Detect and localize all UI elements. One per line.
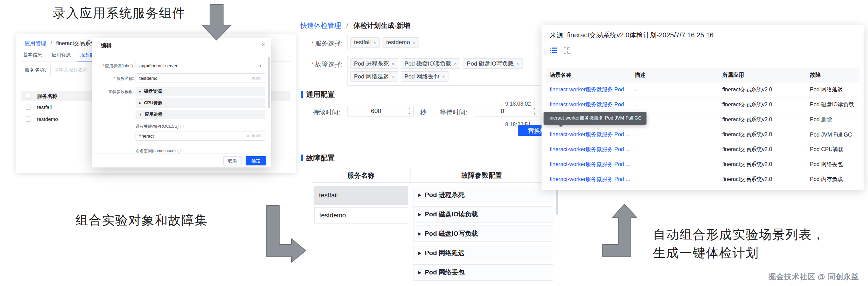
fault-select-input[interactable]: Pod 进程杀死 × Pod 磁盘IO读负载 × Pod 磁盘IO写负载 × P… [347, 56, 563, 86]
scene-row[interactable]: fineract-worker服务微服务 Pod ... - fineract交… [546, 172, 859, 187]
wait-label: 等待时间: [440, 108, 467, 117]
step-up-icon[interactable]: ▴ [530, 106, 539, 111]
remove-tag-icon[interactable]: × [413, 40, 415, 45]
wait-input[interactable]: 0 ▴ ▾ [475, 106, 539, 117]
accordion-disk-resource[interactable]: ▶ 磁盘资源 [136, 87, 265, 96]
wait-value: 0 [475, 106, 530, 116]
remove-tag-icon[interactable]: × [516, 61, 519, 66]
process-keyword-input[interactable]: fineract × 8/100 [136, 131, 265, 141]
tab-app-resources[interactable]: 应用资源 [49, 51, 73, 61]
fault-collapse-header[interactable]: ▶ Pod 磁盘IO读负载 [413, 206, 553, 222]
close-icon[interactable]: × [262, 41, 265, 48]
fault-name: Pod 网络丢包 [425, 268, 464, 277]
fault-tag: Pod 磁盘IO写负载 × [463, 58, 523, 69]
right-elbow-arrow-icon [265, 204, 307, 265]
tab-basic-info[interactable]: 基本信息 [20, 51, 45, 61]
service-select-input[interactable]: testfail × testdemo × [347, 35, 563, 50]
scene-row[interactable]: fineract-worker服务微服务 Pod ... - fineract交… [546, 142, 859, 157]
required-asterisk: * [312, 61, 314, 68]
screenshot-collage: 录入应用系统服务组件 应用管理 / fineract交易系统v2.0 基本信息 … [0, 0, 868, 286]
tag-text: testdemo [386, 39, 410, 46]
remove-tag-icon[interactable]: × [392, 61, 394, 66]
scene-row[interactable]: fineract-worker服务微服务 Pod ... - fineract交… [546, 83, 859, 97]
remove-tag-icon[interactable]: × [373, 40, 376, 45]
scene-app: fineract交易系统v2.0 [719, 86, 806, 93]
fault-collapse-header[interactable]: ▶ Pod 进程杀死 [413, 187, 553, 203]
fault-collapse-header[interactable]: ▶ Pod 网络延迟 [413, 245, 553, 261]
required-asterisk: * [103, 64, 104, 68]
scene-fault: Pod JVM Full GC [806, 132, 859, 138]
experiment-template-label: 实验参数模板: [95, 89, 134, 95]
accordion-app-process[interactable]: ▼ 应用进程 [136, 110, 265, 119]
scene-app: fineract交易系统v2.0 [719, 116, 806, 123]
breadcrumb: 快速体检管理 / 体检计划生成-新增 [300, 21, 410, 30]
service-item[interactable]: testdemo [314, 207, 408, 224]
annotation-bottom-left-label: 组合实验对象和故障集 [75, 212, 208, 229]
number-stepper: ▴ ▾ [530, 106, 539, 116]
cancel-button[interactable]: 取消 [223, 156, 242, 165]
fault-name: Pod 进程杀死 [425, 191, 464, 199]
card-view-icon[interactable] [563, 47, 571, 54]
select-all-checkbox[interactable] [26, 94, 31, 99]
scene-app: fineract交易系统v2.0 [719, 146, 806, 153]
scene-name-link[interactable]: fineract-worker服务微服务 Pod ... [546, 101, 631, 108]
row-checkbox[interactable] [26, 117, 31, 122]
chevron-right-icon: ▶ [418, 270, 421, 275]
char-counter: 8/100 [252, 134, 261, 138]
annotation-line-1: 自动组合形成实验场景列表， [653, 226, 825, 244]
modal-footer: 取消 确定 [92, 153, 271, 167]
accordion-title: 应用进程 [145, 111, 162, 118]
breadcrumb-app-management[interactable]: 应用管理 [24, 40, 46, 46]
app-label-select[interactable]: app=fineract-server ▾ [136, 61, 265, 70]
app-label-field-label: *应用标识(label): [95, 63, 134, 69]
scene-fault: Pod 磁盘IO读负载 [806, 101, 859, 108]
scene-desc: - [631, 102, 719, 108]
fault-config-table: 服务名称 故障参数配置 testfail testdemo ▶ Pod 进程杀死… [312, 168, 558, 286]
confirm-button[interactable]: 确定 [246, 156, 266, 165]
remove-tag-icon[interactable]: × [392, 74, 394, 79]
clear-icon[interactable]: × [247, 133, 249, 138]
step-up-icon[interactable]: ▴ [405, 106, 413, 111]
row-checkbox[interactable] [26, 105, 31, 110]
duration-input[interactable]: 600 ▴ ▾ [347, 106, 414, 117]
scene-fault: Pod 删除 [806, 116, 859, 123]
tag-text: Pod 磁盘IO读负载 [405, 60, 451, 68]
remove-tag-icon[interactable]: × [442, 74, 445, 79]
accordion-cpu-resource[interactable]: ▶ CPU资源 [136, 98, 265, 108]
source-title: 来源: fineract交易系统v2.0体检计划-2025/7/7 16:25:… [550, 31, 713, 40]
scene-row[interactable]: fineract-worker服务微服务 Pod ... - fineract交… [546, 97, 859, 112]
general-config-section-header: 通用配置 [301, 90, 335, 99]
fault-name: Pod 磁盘IO读负载 [425, 210, 478, 219]
scene-row[interactable]: fineract-worker服务微服务 Pod ... - fineract交… [546, 157, 859, 172]
scene-row[interactable]: fineract-worker服务微服务 Pod ... - fineract交… [546, 127, 859, 142]
remove-tag-icon[interactable]: × [454, 61, 457, 66]
step-down-icon[interactable]: ▾ [405, 111, 413, 117]
watermark: 掘金技术社区 @ 同创永益 [768, 272, 859, 282]
scene-name-link[interactable]: fineract-worker服务微服务 Pod ... [546, 161, 631, 168]
annotation-line-2: 生成一键体检计划 [653, 244, 825, 262]
service-name-input[interactable]: testdemo 8/100 [136, 73, 265, 83]
fault-tag: Pod 网络丢包 × [401, 71, 449, 82]
covered-timestamp-2: 8 18:22:51 [505, 122, 531, 128]
step-down-icon[interactable]: ▾ [530, 111, 539, 117]
scrollbar-thumb[interactable] [268, 57, 270, 108]
covered-timestamp-1: 9 18:08:02 [505, 101, 531, 107]
scene-name-link[interactable]: fineract-worker服务微服务 Pod ... [546, 131, 631, 138]
fault-collapse-header[interactable]: ▶ Pod 网络丢包 [413, 264, 553, 281]
scene-name-link[interactable]: fineract-worker服务微服务 Pod ... [546, 176, 631, 183]
chevron-down-icon: ▼ [139, 113, 142, 116]
duration-label: 持续时间: [313, 108, 340, 117]
scene-name-link[interactable]: fineract-worker服务微服务 Pod ... [546, 146, 631, 153]
scene-name-link[interactable]: fineract-worker服务微服务 Pod ... [546, 86, 631, 93]
list-view-icon[interactable] [550, 47, 557, 54]
chevron-right-icon: ▶ [418, 231, 421, 236]
scene-desc: - [631, 87, 719, 93]
chevron-down-icon: ▾ [259, 64, 261, 68]
section-accent-bar [301, 155, 303, 161]
service-item-selected[interactable]: testfail [314, 186, 408, 205]
breadcrumb-quick-checkup[interactable]: 快速体检管理 [300, 22, 341, 29]
app-column-header: 所属应用 [719, 72, 806, 79]
chevron-right-icon: ▶ [139, 90, 141, 93]
scene-desc: - [631, 132, 719, 138]
fault-collapse-header[interactable]: ▶ Pod 磁盘IO写负载 [413, 226, 553, 242]
